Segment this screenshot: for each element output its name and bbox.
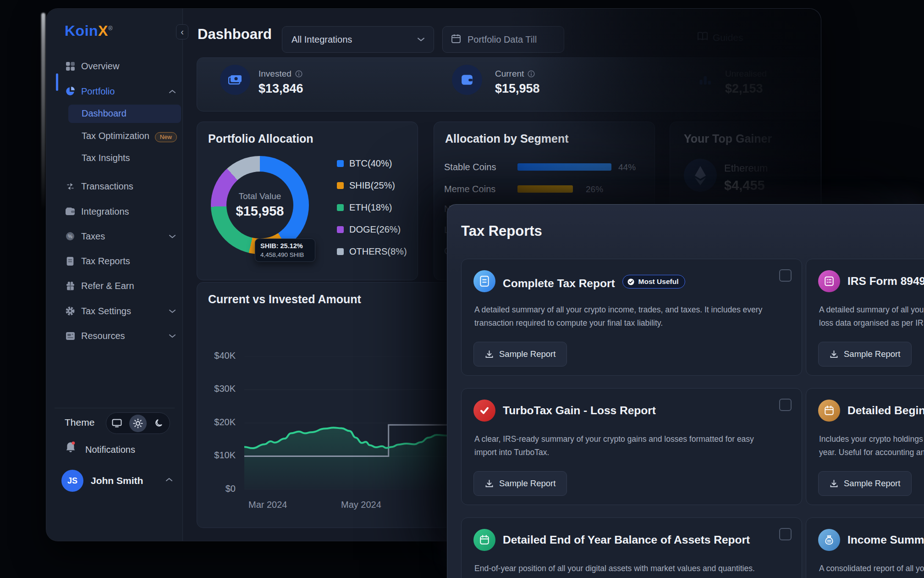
sidebar-item-overview[interactable]: Overview [46,57,183,75]
sidebar-item-label: Transactions [81,181,133,192]
legend-item-others[interactable]: OTHERS(8%) [337,246,407,257]
card-title: Your Top Gainer [684,132,772,145]
info-icon [528,70,535,78]
seal-icon [627,278,635,286]
report-title: IRS Form 8949 [847,275,924,288]
sample-report-button[interactable]: Sample Report [473,342,567,367]
light-theme-button[interactable] [129,415,147,432]
sidebar-collapse-button[interactable]: ‹ [176,24,188,39]
sidebar-item-label: Overview [81,61,119,72]
report-checkbox[interactable] [779,269,792,282]
sidebar-subitem-tax-optimization[interactable]: Tax OptimizationNew [82,131,177,142]
legend-item-btc[interactable]: BTC(40%) [337,158,392,169]
legend-swatch [337,182,344,189]
segment-bar-meme [517,185,573,193]
window-edge-highlight [41,13,45,210]
koinx-logo: KoinX® [65,22,113,39]
report-title: TurboTax Gain - Loss Report [503,404,656,417]
sidebar-item-tax-reports[interactable]: Tax Reports [46,252,183,270]
sidebar-item-refer-earn[interactable]: Refer & Earn [46,277,183,295]
report-description: A consolidated report of all your income… [819,562,924,578]
transactions-icon [65,181,76,192]
report-card-irs-8949: IRS Form 8949 A detailed summary of all … [806,259,924,376]
gain-value: $4,455 [724,178,765,193]
chevron-up-icon [169,87,176,95]
sidebar-subitem-dashboard[interactable]: Dashboard [68,105,181,123]
sidebar-item-tax-settings[interactable]: Tax Settings [46,302,183,320]
invested-label: Invested [258,69,302,79]
money-bag-icon [818,529,840,551]
system-theme-button[interactable] [108,415,126,432]
sidebar-subitem-tax-insights[interactable]: Tax Insights [82,153,130,163]
sidebar-subitem-label: Dashboard [82,108,126,119]
book-icon [697,32,708,43]
sidebar-item-resources[interactable]: Resources [46,327,183,345]
percent-icon: % [65,231,76,242]
legend-swatch [337,248,344,255]
segment-label: Meme Coins [444,184,495,195]
user-menu[interactable]: JS John Smith [61,470,176,492]
report-checkbox[interactable] [779,528,792,540]
chart-title: Current vs Invested Amount [208,293,361,306]
gear-icon [65,306,76,317]
segment-pct: 26% [586,184,603,195]
sidebar-item-integrations[interactable]: Integrations [46,202,183,221]
sidebar-item-portfolio[interactable]: Portfolio [46,82,183,100]
bell-icon [65,447,77,455]
user-name: John Smith [91,475,143,486]
sidebar-subitem-label: Tax Optimization [82,131,149,141]
legend-item-shib[interactable]: SHIB(25%) [337,180,395,191]
calendar-icon [451,33,461,45]
report-card-complete-tax: Complete Tax ReportMost Useful A detaile… [461,259,802,376]
tax-reports-window: Tax Reports Complete Tax ReportMost Usef… [447,204,924,578]
portfolio-date-picker[interactable]: Portfolio Data Till [442,26,564,53]
invested-icon [220,65,250,95]
wallet-icon [65,206,76,217]
x-tick: Mar 2024 [248,500,287,510]
calendar-icon [818,400,840,422]
tax-reports-title: Tax Reports [461,223,542,239]
report-checkbox[interactable] [779,399,792,411]
sample-report-button[interactable]: Sample Report [473,471,567,496]
sample-report-button[interactable]: Sample Report [818,471,912,496]
divider [55,408,175,408]
sidebar-item-transactions[interactable]: Transactions [46,177,183,195]
y-tick: $10K [204,450,236,461]
sidebar-item-taxes[interactable]: % Taxes [46,227,183,245]
calendar-icon [473,529,495,551]
chevron-up-icon [166,475,172,484]
report-card-endofyear-balance: Detailed End of Year Balance of Assets R… [461,517,802,578]
chevron-down-icon [169,332,176,340]
report-card-turbotax: TurboTax Gain - Loss Report A clear, IRS… [461,388,802,505]
sidebar-item-label: Resources [81,331,125,341]
coin-name: Ethereum [724,162,768,174]
y-tick: $40K [204,350,236,361]
ethereum-icon [684,159,717,192]
integrations-filter-value: All Integrations [292,34,352,45]
x-tick: May 2024 [341,500,381,510]
integrations-filter-select[interactable]: All Integrations [282,26,434,53]
legend-item-eth[interactable]: ETH(18%) [337,202,392,213]
avatar: JS [61,470,83,492]
sample-report-button[interactable]: Sample Report [818,342,912,367]
chevron-down-icon [169,232,176,240]
guides-label: Guides [713,32,743,43]
y-tick: $30K [204,383,236,394]
notifications-item[interactable]: Notifications [65,441,175,459]
new-badge: New [155,132,177,142]
dark-theme-button[interactable] [150,415,168,432]
sidebar-item-label: Integrations [81,206,129,217]
sidebar-item-label: Taxes [81,231,105,242]
download-icon [830,350,838,359]
line-chart[interactable] [244,356,447,489]
sidebar-subitem-label: Tax Insights [82,153,130,163]
legend-item-doge[interactable]: DOGE(26%) [337,224,401,235]
download-icon [830,479,838,488]
download-icon [485,479,494,488]
donut-center: Total Value $15,958 [226,172,293,239]
guides-button[interactable]: Guides [697,32,743,43]
sidebar-item-label: Portfolio [81,86,115,97]
card-title: Portfolio Allocation [208,132,314,145]
sidebar-item-label: Refer & Earn [81,281,134,291]
report-title: Complete Tax ReportMost Useful [503,275,685,290]
